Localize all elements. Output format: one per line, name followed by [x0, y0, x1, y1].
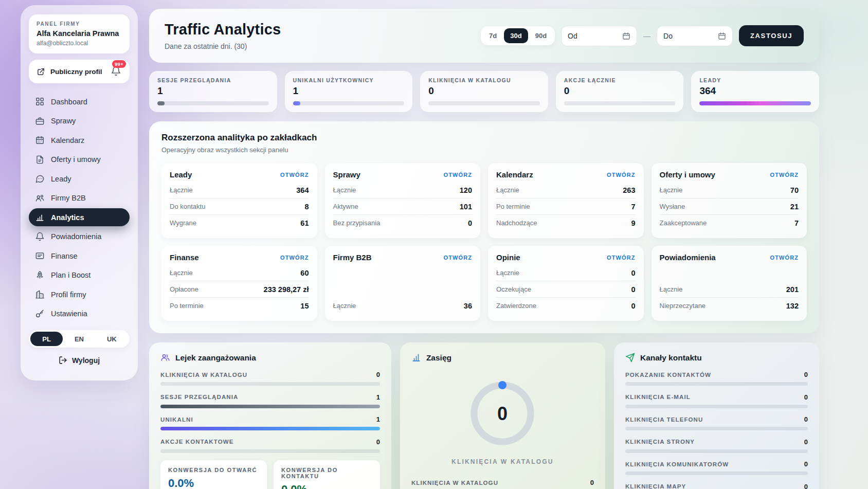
sidebar-item-analytics[interactable]: Analytics	[29, 208, 130, 226]
reach-rows: KLIKNIĘCIA W KATALOGU0	[411, 479, 594, 489]
sidebar-item-firmy-b2b[interactable]: Firmy B2B	[29, 189, 130, 207]
range-option-30d[interactable]: 30d	[504, 28, 528, 43]
bar-track	[625, 449, 808, 453]
lang-button-uk[interactable]: UK	[96, 332, 128, 346]
row-value: 233 298,27 zł	[264, 285, 309, 294]
public-profile-button[interactable]: Publiczny profil 99+	[29, 60, 130, 83]
range-option-7d[interactable]: 7d	[483, 28, 503, 43]
open-link-opinie[interactable]: OTWÓRZ	[607, 255, 635, 261]
row-value: 8	[304, 203, 309, 211]
date-from-input[interactable]	[568, 32, 618, 40]
sidebar-item-oferty-i-umowy[interactable]: Oferty i umowy	[29, 151, 130, 169]
row-label: Nieprzeczytane	[660, 302, 706, 310]
bar-fill	[160, 405, 380, 408]
tab-card-rows: Łącznie70Wysłane21Zaakceptowane7	[660, 182, 799, 231]
bar-value: 0	[376, 438, 380, 446]
open-link-oferty-i-umowy[interactable]: OTWÓRZ	[770, 172, 799, 178]
people-icon	[35, 193, 45, 203]
stat-progress-track	[699, 101, 811, 105]
row-value: 70	[790, 186, 799, 194]
open-link-sprawy[interactable]: OTWÓRZ	[444, 172, 472, 178]
donut-value: 0	[497, 403, 508, 424]
language-switcher: PLENUK	[29, 330, 130, 348]
calendar-icon	[718, 32, 726, 40]
open-link-powiadomienia[interactable]: OTWÓRZ	[770, 255, 799, 261]
date-to-field[interactable]	[657, 26, 733, 46]
company-email: alfa@obliczto.local	[37, 40, 122, 47]
tab-card-row: Zaakceptowane7	[660, 214, 799, 231]
row-value: 9	[631, 219, 635, 227]
bar-track	[625, 405, 808, 408]
tabs-grid: LeadyOTWÓRZŁącznie364Do kontaktu8Wygrane…	[161, 163, 807, 321]
bar-label: KLIKNIĘCIA W KATALOGU	[411, 480, 498, 486]
stat-card-sesje-przegl-dania: SESJE PRZEGLĄDANIA1	[149, 71, 277, 112]
sidebar-item-plan-i-boost[interactable]: Plan i Boost	[29, 266, 130, 284]
sidebar-item-dashboard[interactable]: Dashboard	[29, 93, 130, 111]
row-value: 201	[786, 285, 799, 294]
logout-button[interactable]: Wyloguj	[29, 356, 130, 365]
sidebar-item-label: Analytics	[51, 213, 84, 222]
date-to-input[interactable]	[663, 32, 714, 40]
sidebar-item-finanse[interactable]: Finanse	[29, 247, 130, 265]
bar-chart-icon	[411, 353, 421, 363]
notification-bell-icon[interactable]: 99+	[111, 66, 122, 77]
metric-bar-row: UNIKALNI1	[160, 415, 380, 430]
open-link-firmy-b2b[interactable]: OTWÓRZ	[444, 255, 472, 261]
tab-card-row: Bez przypisania0	[333, 214, 473, 231]
bar-track	[625, 427, 808, 430]
tab-card-row: Wygrane61	[170, 214, 309, 231]
channel-rows: POKAZANIE KONTAKTÓW0KLIKNIĘCIA E-MAIL0KL…	[625, 371, 808, 489]
donut-marker-dot	[498, 381, 507, 389]
conversion-label: KONWERSJA DO OTWARĆ	[168, 467, 259, 473]
sidebar-item-sprawy[interactable]: Sprawy	[29, 112, 130, 130]
row-value: 7	[794, 219, 799, 227]
apply-button[interactable]: ZASTOSUJ	[739, 25, 804, 46]
sidebar-item-ustawienia[interactable]: Ustawienia	[29, 305, 130, 323]
bar-label: KLIKNIĘCIA TELEFONU	[625, 416, 703, 423]
grid-icon	[35, 97, 45, 106]
tab-card-row: Aktywne101	[333, 198, 473, 214]
sidebar-item-label: Plan i Boost	[51, 271, 91, 279]
tab-card-row: Opłacone233 298,27 zł	[170, 281, 309, 297]
bar-track	[160, 405, 380, 408]
bar-value: 1	[376, 393, 380, 401]
row-label: Łącznie	[660, 285, 683, 293]
external-link-icon	[37, 67, 45, 76]
row-label: Opłacone	[170, 285, 198, 293]
metric-bar-row: POKAZANIE KONTAKTÓW0	[625, 371, 808, 386]
conversion-value: 0.0%	[281, 483, 372, 489]
tab-card-head: OpinieOTWÓRZ	[496, 253, 636, 262]
tab-card-rows: Łącznie120Aktywne101Bez przypisania0	[333, 182, 473, 231]
conversion-box-konwersja-do-otwar: KONWERSJA DO OTWARĆ0.0%	[160, 460, 267, 489]
building-icon	[35, 289, 45, 299]
stat-label: LEADY	[699, 77, 811, 83]
tab-card-row: Łącznie201	[660, 281, 799, 297]
stat-progress-fill	[293, 101, 300, 105]
stat-card-akcje-cznie: AKCJE ŁĄCZNIE0	[556, 71, 684, 112]
bar-track	[625, 382, 808, 386]
open-link-finanse[interactable]: OTWÓRZ	[280, 255, 309, 261]
sidebar-item-leady[interactable]: Leady	[29, 170, 130, 188]
stat-progress-track	[157, 101, 269, 105]
sidebar-item-powiadomienia[interactable]: Powiadomienia	[29, 228, 130, 246]
sidebar-item-kalendarz[interactable]: Kalendarz	[29, 131, 130, 149]
bar-row-top: POKAZANIE KONTAKTÓW0	[625, 371, 808, 378]
main-content: Traffic Analytics Dane za ostatnie dni. …	[149, 9, 819, 489]
stat-progress-fill	[157, 101, 165, 105]
logout-icon	[59, 356, 67, 365]
sidebar-item-profil-firmy[interactable]: Profil firmy	[29, 285, 130, 303]
stat-value: 364	[699, 85, 811, 97]
open-link-leady[interactable]: OTWÓRZ	[280, 172, 309, 178]
open-link-kalendarz[interactable]: OTWÓRZ	[607, 172, 635, 178]
range-option-90d[interactable]: 90d	[529, 28, 553, 43]
metric-bar-row: KLIKNIĘCIA W KATALOGU0	[160, 371, 380, 386]
lang-button-en[interactable]: EN	[63, 332, 95, 346]
rocket-icon	[35, 270, 45, 280]
company-card: PANEL FIRMY Alfa Kancelaria Prawna alfa@…	[29, 14, 130, 53]
lang-button-pl[interactable]: PL	[30, 332, 63, 346]
tab-card-row: Po terminie15	[170, 297, 309, 314]
bar-row-top: KLIKNIĘCIA TELEFONU0	[625, 415, 808, 423]
bar-track	[160, 449, 380, 453]
stat-progress-fill	[699, 101, 811, 105]
date-from-field[interactable]	[561, 26, 637, 46]
